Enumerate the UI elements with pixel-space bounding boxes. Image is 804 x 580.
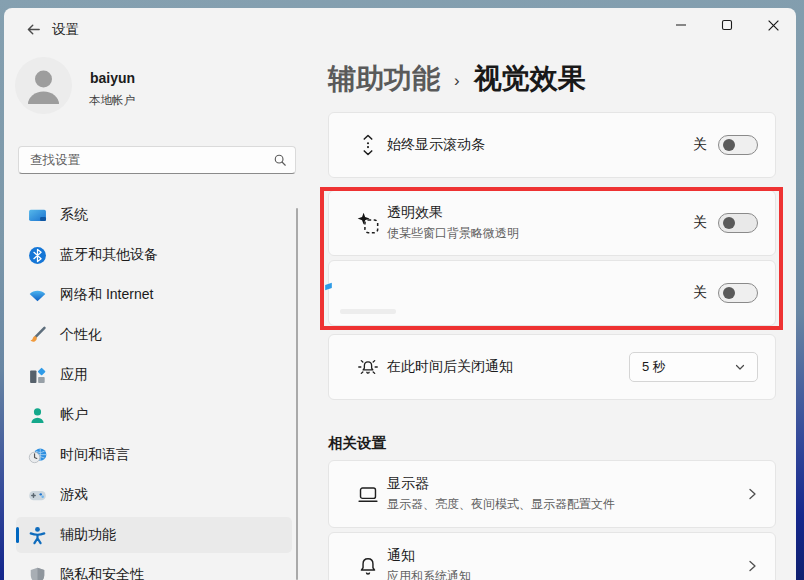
timeout-dropdown[interactable]: 5 秒 [629, 352, 758, 382]
dropdown-value: 5 秒 [642, 358, 666, 376]
sidebar-item-network[interactable]: 网络和 Internet [16, 277, 292, 313]
sidebar-item-label: 隐私和安全性 [60, 566, 144, 580]
bluetooth-icon [28, 246, 47, 265]
display-icon [357, 483, 379, 505]
accessibility-icon [28, 526, 47, 545]
chevron-right-icon [745, 487, 759, 501]
sidebar-scrollbar[interactable] [296, 208, 298, 580]
privacy-shield-icon [28, 566, 47, 580]
close-button[interactable] [750, 8, 796, 42]
setting-title: 透明效果 [387, 204, 519, 222]
search-input[interactable] [30, 153, 273, 167]
toggle-knob [723, 139, 735, 151]
sidebar-item-system[interactable]: 系统 [16, 197, 292, 233]
transparency-toggle[interactable] [718, 213, 758, 233]
setting-subtitle: 使某些窗口背景略微透明 [387, 225, 519, 242]
sidebar-item-label: 应用 [60, 366, 88, 384]
minimize-icon [675, 19, 687, 31]
setting-subtitle: 应用和系统通知 [387, 568, 471, 580]
window-controls [658, 8, 796, 42]
toggle-knob [723, 217, 735, 229]
network-wifi-icon [28, 286, 47, 305]
system-icon [28, 206, 47, 225]
scrollbar-icon [357, 134, 379, 156]
gaming-icon [28, 486, 47, 505]
back-button[interactable] [18, 16, 48, 42]
breadcrumb: 辅助功能 › 视觉效果 [328, 60, 586, 98]
selected-indicator [16, 527, 19, 543]
search-box[interactable] [18, 146, 296, 174]
user-name: baiyun [90, 70, 135, 86]
sidebar-item-label: 时间和语言 [60, 446, 130, 464]
toggle-state-label: 关 [693, 136, 707, 154]
toggle-state-label: 关 [693, 284, 707, 302]
sidebar-item-label: 帐户 [60, 406, 88, 424]
chevron-right-icon [745, 559, 759, 573]
maximize-button[interactable] [704, 8, 750, 42]
sidebar-item-apps[interactable]: 应用 [16, 357, 292, 393]
blank-row-toggle[interactable] [718, 283, 758, 303]
notifications-bell-icon [357, 555, 379, 577]
sidebar-item-label: 系统 [60, 206, 88, 224]
window-title: 设置 [52, 21, 79, 39]
sidebar-item-accessibility[interactable]: 辅助功能 [16, 517, 292, 553]
setting-row-blank[interactable]: 关 [328, 260, 776, 326]
transparency-icon [357, 212, 379, 234]
minimize-button[interactable] [658, 8, 704, 42]
sidebar-item-label: 游戏 [60, 486, 88, 504]
personalization-brush-icon [28, 326, 47, 345]
search-icon [273, 153, 287, 167]
sidebar-item-label: 网络和 Internet [60, 286, 153, 304]
setting-row-notify-timeout[interactable]: 在此时间后关闭通知 5 秒 [328, 334, 776, 400]
setting-title: 始终显示滚动条 [387, 136, 485, 154]
setting-row-scrollbars[interactable]: 始终显示滚动条 关 [328, 112, 776, 178]
sidebar-item-gaming[interactable]: 游戏 [16, 477, 292, 513]
apps-icon [28, 366, 47, 385]
sidebar-item-label: 个性化 [60, 326, 102, 344]
related-settings-heading: 相关设置 [328, 434, 386, 453]
setting-subtitle: 显示器、亮度、夜间模式、显示器配置文件 [387, 496, 615, 513]
related-row-notifications[interactable]: 通知 应用和系统通知 [328, 532, 776, 580]
avatar[interactable] [15, 57, 72, 114]
sidebar-item-accounts[interactable]: 帐户 [16, 397, 292, 433]
setting-title: 通知 [387, 547, 471, 565]
time-language-icon [28, 446, 47, 465]
titlebar: 设置 [4, 8, 796, 52]
maximize-icon [721, 19, 733, 31]
text-render-artifact [340, 309, 396, 314]
related-row-display[interactable]: 显示器 显示器、亮度、夜间模式、显示器配置文件 [328, 460, 776, 528]
accounts-icon [28, 406, 47, 425]
settings-window: 设置 baiyun 本地帐户 [4, 8, 796, 580]
toggle-knob [723, 287, 735, 299]
sidebar-item-label: 辅助功能 [60, 526, 116, 544]
chevron-down-icon [734, 361, 746, 373]
setting-title: 在此时间后关闭通知 [387, 358, 513, 376]
setting-title: 显示器 [387, 475, 615, 493]
toggle-state-label: 关 [693, 214, 707, 232]
page-title: 视觉效果 [474, 60, 586, 98]
person-icon [15, 57, 72, 114]
sidebar-nav: 系统 蓝牙和其他设备 网络和 Internet 个性化 [4, 197, 304, 580]
user-account-type: 本地帐户 [89, 93, 135, 108]
scrollbars-toggle[interactable] [718, 135, 758, 155]
sidebar-item-privacy[interactable]: 隐私和安全性 [16, 557, 292, 580]
notification-timer-icon [357, 356, 379, 378]
close-icon [767, 19, 780, 32]
sidebar-item-label: 蓝牙和其他设备 [60, 246, 158, 264]
breadcrumb-parent[interactable]: 辅助功能 [328, 60, 440, 98]
sidebar-item-personalization[interactable]: 个性化 [16, 317, 292, 353]
sidebar-item-time-language[interactable]: 时间和语言 [16, 437, 292, 473]
setting-row-transparency[interactable]: 透明效果 使某些窗口背景略微透明 关 [328, 190, 776, 256]
sidebar-item-bluetooth[interactable]: 蓝牙和其他设备 [16, 237, 292, 273]
back-arrow-icon [25, 21, 42, 38]
breadcrumb-separator-icon: › [454, 68, 460, 91]
